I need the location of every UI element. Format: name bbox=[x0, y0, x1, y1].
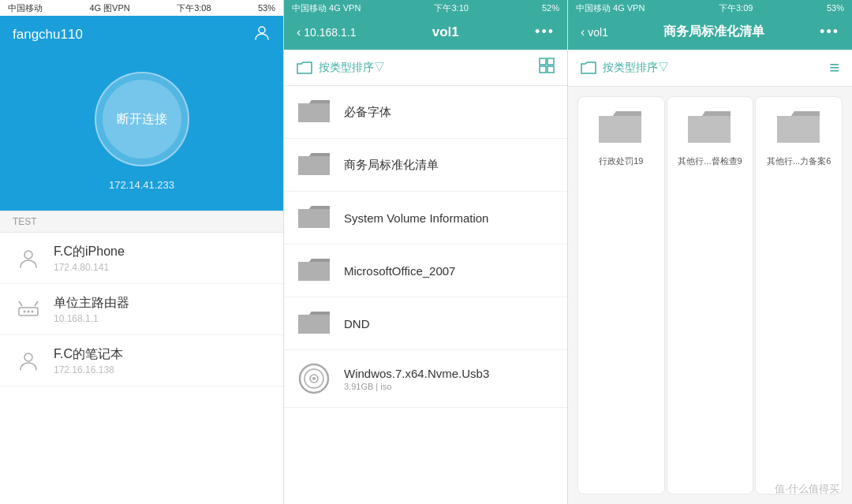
folder-icon-toolbar-right: 按类型排序▽ bbox=[581, 61, 669, 75]
file-item[interactable]: 必备字体 bbox=[284, 86, 567, 139]
carrier-middle: 中国移动 4G VPN bbox=[292, 2, 361, 14]
router-icon bbox=[13, 293, 44, 325]
more-button[interactable]: ••• bbox=[535, 24, 555, 40]
back-nav-right[interactable]: ‹ vol1 bbox=[581, 25, 608, 39]
device-info: 单位主路由器 10.168.1.1 bbox=[54, 295, 129, 324]
status-bar-left: 中国移动 4G 图VPN 下午3:08 53% bbox=[0, 0, 283, 16]
svg-point-7 bbox=[32, 311, 34, 313]
status-bar-right: 中国移动 4G VPN 下午3:09 53% bbox=[568, 0, 852, 16]
time-right: 下午3:09 bbox=[719, 2, 753, 14]
grid-view-button[interactable] bbox=[539, 58, 555, 77]
time-left: 下午3:08 bbox=[177, 2, 211, 14]
device-info: F.C的笔记本 172.16.16.138 bbox=[54, 346, 123, 375]
connected-ip: 172.14.41.233 bbox=[109, 179, 174, 191]
connect-area: 断开连接 172.14.41.233 bbox=[0, 56, 283, 211]
disconnect-button[interactable]: 断开连接 bbox=[95, 72, 189, 166]
toolbar-middle: 按类型排序▽ bbox=[284, 50, 567, 86]
svg-line-4 bbox=[35, 301, 38, 306]
folder-icon bbox=[297, 308, 331, 338]
disk-item[interactable]: Windwos.7.x64.Nvme.Usb3 3.91GB | iso bbox=[284, 350, 567, 408]
folder-icon bbox=[297, 203, 331, 233]
file-item[interactable]: DND bbox=[284, 297, 567, 350]
user-icon[interactable] bbox=[253, 24, 271, 45]
svg-point-6 bbox=[28, 311, 30, 313]
device-ip: 172.4.80.141 bbox=[54, 262, 125, 273]
back-chevron-icon: ‹ bbox=[297, 25, 301, 39]
folder-icon bbox=[297, 97, 331, 127]
folder-icon bbox=[297, 256, 331, 286]
battery-middle: 52% bbox=[542, 3, 559, 13]
panel-left: 中国移动 4G 图VPN 下午3:08 53% fangchu110 断开连接 … bbox=[0, 0, 284, 504]
file-name: System Volume Information bbox=[344, 211, 488, 225]
header-middle: ‹ 10.168.1.1 vol1 ••• bbox=[284, 16, 567, 50]
grid-wrapper: 行政处罚19 其他行...督检查9 bbox=[568, 87, 852, 504]
svg-rect-11 bbox=[540, 66, 546, 73]
folder-title: vol1 bbox=[432, 24, 459, 40]
svg-point-1 bbox=[24, 251, 32, 259]
disk-meta: 3.91GB | iso bbox=[344, 382, 489, 391]
toolbar-right: 按类型排序▽ ≡ bbox=[568, 50, 852, 87]
disk-icon bbox=[297, 361, 331, 396]
carrier-left: 中国移动 bbox=[8, 2, 43, 14]
file-item[interactable]: MicrosoftOffice_2007 bbox=[284, 245, 567, 297]
carrier-right: 中国移动 4G VPN bbox=[576, 2, 645, 14]
network-left: 4G 图VPN bbox=[89, 2, 129, 14]
more-button-right[interactable]: ••• bbox=[820, 24, 839, 40]
folder-grid: 行政处罚19 其他行...督检查9 bbox=[568, 87, 852, 504]
grid-folder-icon bbox=[775, 108, 823, 149]
file-name: MicrosoftOffice_2007 bbox=[344, 264, 455, 278]
battery-left: 53% bbox=[258, 3, 275, 13]
sort-label[interactable]: 按类型排序▽ bbox=[319, 61, 385, 75]
grid-item-name: 其他行...督检查9 bbox=[678, 155, 742, 166]
folder-icon-toolbar: 按类型排序▽ bbox=[297, 61, 385, 75]
disconnect-label: 断开连接 bbox=[117, 111, 167, 128]
status-bar-middle: 中国移动 4G VPN 下午3:10 52% bbox=[284, 0, 567, 16]
svg-point-5 bbox=[24, 311, 26, 313]
device-name: F.C的笔记本 bbox=[54, 346, 123, 363]
disk-name: Windwos.7.x64.Nvme.Usb3 bbox=[344, 367, 489, 380]
back-nav[interactable]: ‹ 10.168.1.1 bbox=[297, 25, 357, 39]
svg-point-8 bbox=[24, 353, 32, 361]
sort-label-right[interactable]: 按类型排序▽ bbox=[603, 61, 669, 75]
back-chevron-icon: ‹ bbox=[581, 25, 585, 39]
svg-line-3 bbox=[19, 301, 22, 306]
panel-right: 中国移动 4G VPN 下午3:09 53% ‹ vol1 商务局标准化清单 •… bbox=[568, 0, 852, 504]
list-view-button[interactable]: ≡ bbox=[829, 58, 839, 78]
device-list: F.C的iPhone 172.4.80.141 单位主路由器 10.168.1.… bbox=[0, 233, 283, 504]
file-name: DND bbox=[344, 317, 370, 330]
panel-middle: 中国移动 4G VPN 下午3:10 52% ‹ 10.168.1.1 vol1… bbox=[284, 0, 568, 504]
svg-rect-12 bbox=[547, 66, 554, 73]
section-label: TEST bbox=[0, 211, 283, 233]
svg-rect-9 bbox=[540, 58, 546, 65]
svg-rect-10 bbox=[547, 58, 554, 65]
breadcrumb-right: vol1 bbox=[588, 26, 608, 39]
disk-info: Windwos.7.x64.Nvme.Usb3 3.91GB | iso bbox=[344, 367, 489, 391]
device-name: F.C的iPhone bbox=[54, 244, 125, 260]
device-name: 单位主路由器 bbox=[54, 295, 129, 312]
breadcrumb: 10.168.1.1 bbox=[304, 26, 356, 39]
username: fangchu110 bbox=[13, 27, 83, 43]
file-item[interactable]: System Volume Information bbox=[284, 192, 567, 245]
list-item[interactable]: F.C的笔记本 172.16.16.138 bbox=[0, 335, 283, 386]
folder-icon bbox=[297, 150, 331, 180]
grid-item[interactable]: 其他行...力备案6 bbox=[755, 96, 843, 495]
device-ip: 172.16.16.138 bbox=[54, 364, 123, 375]
file-list: 必备字体 商务局标准化清单 System Volume Information bbox=[284, 86, 567, 504]
person-icon bbox=[13, 345, 44, 376]
file-name: 必备字体 bbox=[344, 105, 391, 120]
grid-item[interactable]: 其他行...督检查9 bbox=[667, 96, 754, 495]
grid-folder-icon bbox=[686, 108, 734, 149]
grid-item-name: 其他行...力备案6 bbox=[767, 155, 831, 166]
svg-point-0 bbox=[259, 27, 265, 33]
grid-item[interactable]: 行政处罚19 bbox=[577, 96, 665, 495]
header-left: fangchu110 bbox=[0, 16, 283, 56]
folder-title-right: 商务局标准化清单 bbox=[663, 24, 764, 40]
device-ip: 10.168.1.1 bbox=[54, 313, 129, 324]
list-item[interactable]: 单位主路由器 10.168.1.1 bbox=[0, 284, 283, 335]
person-icon bbox=[13, 242, 44, 274]
grid-folder-icon bbox=[597, 108, 645, 149]
grid-item-name: 行政处罚19 bbox=[599, 155, 643, 166]
file-item[interactable]: 商务局标准化清单 bbox=[284, 139, 567, 192]
list-item[interactable]: F.C的iPhone 172.4.80.141 bbox=[0, 233, 283, 284]
watermark: 值·什么值得买 bbox=[775, 482, 839, 496]
